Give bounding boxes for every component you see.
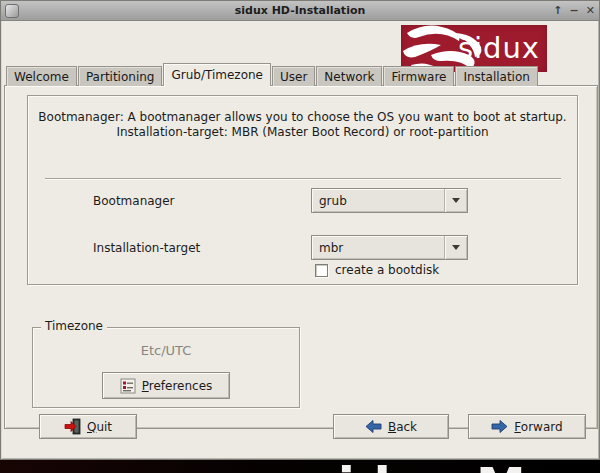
window-title: sidux HD-Installation [1,4,599,17]
preferences-icon [120,378,136,394]
desktop-background-strip: sidux Moros [0,460,600,473]
timezone-preferences-button[interactable]: Preferences [102,372,230,399]
bootmanager-select-value: grub [312,194,444,208]
bootmanager-label: Bootmanager [93,194,175,208]
tab-network[interactable]: Network [316,66,382,86]
back-label-rest: ack [396,420,417,434]
quit-mnemonic: Q [87,420,96,434]
bootmanager-info-line1: Bootmanager: A bootmanager allows you to… [28,110,577,124]
forward-label-rest: orward [521,420,563,434]
installation-target-label: Installation-target [93,241,200,255]
back-button[interactable]: Back [333,414,449,439]
tab-installation[interactable]: Installation [455,66,537,86]
timezone-frame: Timezone Etc/UTC Preferences [32,327,300,408]
bootmanager-info-line2: Installation-target: MBR (Master Boot Re… [28,125,577,139]
installation-target-select[interactable]: mbr [311,235,468,260]
timezone-legend: Timezone [41,319,107,333]
bootmanager-select[interactable]: grub [311,188,468,213]
installer-tabbar: Welcome Partitioning Grub/Timezone User … [6,63,539,86]
tab-grub-timezone[interactable]: Grub/Timezone [163,63,271,86]
quit-label-rest: uit [96,420,112,434]
quit-button[interactable]: Quit [39,414,137,439]
tab-user[interactable]: User [272,66,315,86]
installation-target-select-arrow[interactable] [444,236,467,259]
minimize-window-icon[interactable]: − [570,1,579,21]
tab-partitioning[interactable]: Partitioning [78,66,163,86]
back-arrow-icon [365,419,382,434]
window-app-icon [5,4,19,18]
shade-window-icon[interactable]: ↑ [553,1,562,21]
wallpaper-partial-text: sidux Moros [308,461,600,473]
chevron-down-icon [452,198,460,203]
close-window-icon[interactable]: ✕ [586,1,595,21]
bootdisk-checkrow: create a bootdisk [315,263,439,277]
preferences-mnemonic: P [142,379,149,393]
bootmanager-frame: Bootmanager: A bootmanager allows you to… [27,95,578,285]
forward-arrow-icon [491,419,508,434]
preferences-label-rest: references [149,379,213,393]
create-bootdisk-checkbox[interactable] [315,264,328,277]
sidux-logo-text: sidux [458,31,540,65]
tab-welcome[interactable]: Welcome [6,66,77,86]
desktop-screen: sidux HD-Installation ↑ − ✕ sidux [0,0,600,473]
titlebar[interactable]: sidux HD-Installation ↑ − ✕ [1,1,599,21]
back-mnemonic: B [388,420,396,434]
quit-exit-icon [64,418,81,435]
tab-firmware[interactable]: Firmware [383,66,454,86]
separator [45,178,561,180]
timezone-value: Etc/UTC [33,343,299,358]
installation-target-select-value: mbr [312,241,444,255]
grub-timezone-page: Bootmanager: A bootmanager allows you to… [4,85,598,429]
installer-window: sidux HD-Installation ↑ − ✕ sidux [0,0,600,460]
chevron-down-icon [452,245,460,250]
bootmanager-select-arrow[interactable] [444,189,467,212]
create-bootdisk-label: create a bootdisk [335,263,439,277]
forward-button[interactable]: Forward [468,414,586,439]
